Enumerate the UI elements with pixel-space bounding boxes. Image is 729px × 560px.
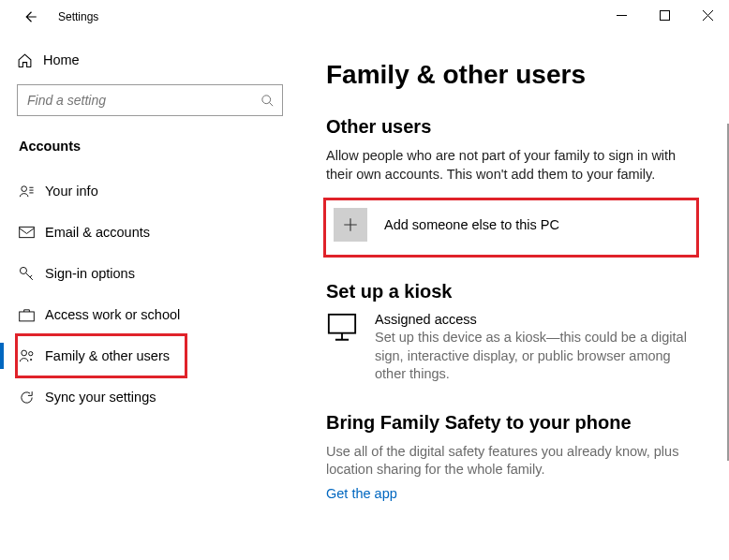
main-content: Family & other users Other users Allow p… — [300, 34, 729, 560]
briefcase-icon — [19, 308, 35, 322]
sidebar-item-signin-options[interactable]: Sign-in options — [17, 253, 283, 294]
other-users-heading: Other users — [326, 116, 703, 138]
window-controls — [600, 0, 729, 30]
get-the-app-link[interactable]: Get the app — [326, 486, 397, 501]
svg-point-7 — [29, 351, 33, 355]
assigned-access-title: Assigned access — [375, 312, 703, 327]
other-users-description: Allow people who are not part of your fa… — [326, 147, 701, 184]
title-bar: Settings — [0, 0, 729, 34]
svg-point-1 — [262, 95, 271, 103]
family-users-icon — [19, 348, 35, 364]
email-icon — [19, 226, 35, 239]
add-someone-label: Add someone else to this PC — [384, 217, 559, 232]
sidebar-item-your-info[interactable]: Your info — [17, 170, 283, 212]
sidebar-item-label: Sign-in options — [45, 266, 135, 281]
close-button[interactable] — [686, 0, 729, 30]
add-someone-button[interactable]: Add someone else to this PC — [334, 208, 689, 242]
kiosk-icon-wrap — [326, 312, 358, 384]
sidebar-item-label: Sync your settings — [45, 390, 156, 405]
svg-point-2 — [22, 185, 27, 191]
search-input[interactable] — [25, 92, 260, 109]
active-indicator — [0, 343, 4, 369]
sidebar-item-label: Email & accounts — [45, 225, 150, 240]
sidebar-section-label: Accounts — [19, 139, 283, 154]
svg-rect-0 — [660, 10, 669, 20]
close-icon — [703, 10, 713, 21]
home-item[interactable]: Home — [17, 41, 283, 79]
svg-point-6 — [22, 350, 27, 356]
sidebar: Home Accounts Your info Email & accounts — [0, 34, 300, 560]
search-icon — [260, 94, 275, 108]
home-label: Home — [43, 52, 80, 67]
back-button[interactable] — [19, 6, 41, 28]
plus-icon — [342, 216, 359, 233]
sync-icon — [19, 390, 35, 405]
your-info-icon — [19, 184, 35, 199]
maximize-icon — [660, 10, 670, 21]
family-safety-description: Use all of the digital safety features y… — [326, 443, 701, 479]
kiosk-icon — [326, 312, 358, 344]
assigned-access-description: Set up this device as a kiosk—this could… — [375, 329, 703, 384]
minimize-icon — [617, 10, 627, 21]
arrow-left-icon — [22, 8, 38, 25]
family-safety-heading: Bring Family Safety to your phone — [326, 412, 703, 434]
svg-rect-5 — [20, 311, 35, 320]
window-title: Settings — [58, 10, 98, 23]
minimize-button[interactable] — [600, 0, 643, 30]
maximize-button[interactable] — [643, 0, 686, 30]
sidebar-item-sync-settings[interactable]: Sync your settings — [17, 376, 283, 418]
home-icon — [17, 52, 33, 68]
page-title: Family & other users — [326, 60, 703, 90]
key-icon — [19, 266, 35, 282]
sidebar-item-email-accounts[interactable]: Email & accounts — [17, 212, 283, 253]
sidebar-item-family-other-users[interactable]: Family & other users — [17, 335, 186, 376]
plus-tile — [334, 208, 367, 242]
sidebar-item-access-work-school[interactable]: Access work or school — [17, 294, 283, 335]
add-someone-box: Add someone else to this PC — [326, 200, 696, 255]
svg-point-4 — [20, 267, 26, 273]
svg-rect-3 — [20, 227, 35, 237]
sidebar-item-label: Your info — [45, 184, 98, 199]
sidebar-item-label: Access work or school — [45, 307, 180, 322]
sidebar-item-label: Family & other users — [45, 348, 170, 363]
kiosk-heading: Set up a kiosk — [326, 281, 703, 302]
svg-rect-8 — [329, 315, 355, 333]
search-box[interactable] — [17, 84, 283, 116]
